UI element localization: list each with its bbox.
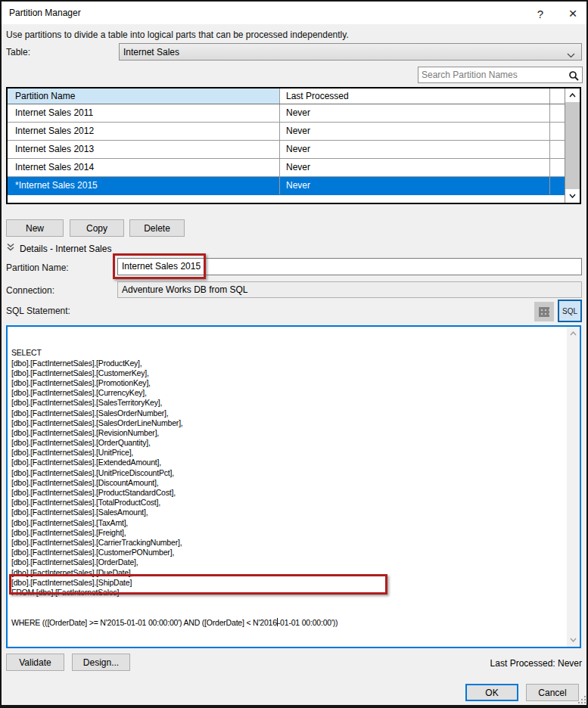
last-processed-cell: Never <box>280 123 550 140</box>
scroll-down-icon[interactable] <box>565 189 580 203</box>
sql-line: [dbo].[FactInternetSales].[SalesAmount], <box>11 508 565 517</box>
table-grid-icon <box>539 307 549 317</box>
partition-name-input[interactable]: Internet Sales 2015 <box>117 258 582 275</box>
sql-line: [dbo].[FactInternetSales].[RevisionNumbe… <box>11 428 565 438</box>
sql-text: SELECT[dbo].[FactInternetSales].[Product… <box>11 328 565 647</box>
sql-line: SELECT <box>11 348 565 358</box>
sql-line: [dbo].[FactInternetSales].[DiscountAmoun… <box>11 478 565 488</box>
search-box <box>418 67 583 83</box>
sql-line: [dbo].[FactInternetSales].[CarrierTracki… <box>11 538 565 548</box>
table-combobox-value: Internet Sales <box>123 47 179 57</box>
details-header-label: Details - Internet Sales <box>20 244 111 254</box>
cancel-button[interactable]: Cancel <box>526 684 579 701</box>
grid-vertical-scrollbar[interactable] <box>565 88 580 203</box>
window-title: Partition Manager <box>9 8 81 18</box>
partition-name-cell: *Internet Sales 2015 <box>8 177 280 194</box>
sql-line: [dbo].[FactInternetSales].[SalesTerritor… <box>11 398 565 408</box>
search-icon[interactable] <box>568 70 579 84</box>
search-input[interactable] <box>418 67 582 82</box>
sql-line: [dbo].[FactInternetSales].[ExtendedAmoun… <box>11 458 565 467</box>
sql-line: [dbo].[FactInternetSales].[PromotionKey]… <box>11 378 565 388</box>
partition-table: Partition Name Last Processed Internet S… <box>6 87 581 204</box>
connection-field: Adventure Works DB from SQL <box>117 281 582 298</box>
copy-button[interactable]: Copy <box>70 219 124 237</box>
new-button[interactable]: New <box>6 219 64 237</box>
sql-statement-label: SQL Statement: <box>6 306 70 316</box>
partition-manager-dialog: Partition Manager ? × Use partitions to … <box>0 0 588 708</box>
table-preview-button[interactable] <box>534 302 554 321</box>
last-processed-cell: Never <box>280 104 550 122</box>
sql-line: [dbo].[FactInternetSales].[OrderQuantity… <box>11 438 565 448</box>
sql-view-button[interactable]: SQL <box>558 300 582 322</box>
last-processed-cell: Never <box>280 159 550 176</box>
title-bar: Partition Manager ? × <box>2 2 586 24</box>
details-expander[interactable]: Details - Internet Sales <box>6 243 111 254</box>
sql-line: [dbo].[FactInternetSales].[Freight], <box>11 528 565 538</box>
partition-name-cell: Internet Sales 2011 <box>8 104 280 122</box>
scroll-down-icon[interactable] <box>567 634 580 646</box>
close-icon[interactable]: × <box>562 4 584 23</box>
double-chevron-down-icon <box>6 243 15 254</box>
scroll-up-icon[interactable] <box>567 328 580 340</box>
column-header-spacer <box>550 88 565 104</box>
partition-name-label: Partition Name: <box>6 262 69 273</box>
resize-grip[interactable] <box>577 695 586 703</box>
last-processed-cell: Never <box>280 141 550 158</box>
sql-line: [dbo].[FactInternetSales].[OrderDate], <box>11 557 565 567</box>
sql-line: [dbo].[FactInternetSales].[SalesOrderLin… <box>11 418 565 428</box>
sql-line: [dbo].[FactInternetSales].[CurrencyKey], <box>11 388 565 398</box>
sql-line: [dbo].[FactInternetSales].[ShipDate] <box>11 578 565 588</box>
sql-line: [dbo].[FactInternetSales].[CustomerPONum… <box>11 548 565 557</box>
table-row[interactable]: Internet Sales 2013 Never <box>8 141 565 159</box>
sql-line: [dbo].[FactInternetSales].[UnitPriceDisc… <box>11 468 565 478</box>
partition-name-cell: Internet Sales 2012 <box>8 123 280 140</box>
ok-button[interactable]: OK <box>465 684 518 701</box>
sql-line: [dbo].[FactInternetSales].[TaxAmt], <box>11 518 565 528</box>
sql-line: [dbo].[FactInternetSales].[ProductKey], <box>11 359 565 368</box>
table-header-row: Partition Name Last Processed <box>8 88 565 104</box>
partition-name-cell: Internet Sales 2014 <box>8 159 280 176</box>
sql-statement-editor[interactable]: SELECT[dbo].[FactInternetSales].[Product… <box>6 325 581 648</box>
scroll-up-icon[interactable] <box>565 88 580 102</box>
sql-line: [dbo].[FactInternetSales].[ProductStanda… <box>11 488 565 498</box>
last-processed-status: Last Processed: Never <box>490 658 582 669</box>
sql-line: [dbo].[FactInternetSales].[TotalProductC… <box>11 498 565 508</box>
table-row[interactable]: Internet Sales 2011 Never <box>8 104 565 123</box>
table-row-selected[interactable]: *Internet Sales 2015 Never <box>8 177 565 195</box>
sql-line: [dbo].[FactInternetSales].[SalesOrderNum… <box>11 408 565 418</box>
design-button[interactable]: Design... <box>72 654 130 671</box>
editor-vertical-scrollbar[interactable] <box>567 327 580 647</box>
table-combobox[interactable]: Internet Sales <box>119 43 582 61</box>
sql-line: FROM [dbo].[FactInternetSales] <box>11 588 565 598</box>
delete-button[interactable]: Delete <box>129 219 185 237</box>
sql-line: [dbo].[FactInternetSales].[CustomerKey], <box>11 368 565 378</box>
chevron-down-icon <box>567 50 575 61</box>
validate-button[interactable]: Validate <box>6 654 64 671</box>
sql-line: [dbo].[FactInternetSales].[UnitPrice], <box>11 448 565 458</box>
column-header-partition-name[interactable]: Partition Name <box>8 88 280 104</box>
intro-text: Use partitions to divide a table into lo… <box>6 30 349 40</box>
last-processed-cell: Never <box>280 177 550 194</box>
sql-line: [dbo].[FactInternetSales].[DueDate], <box>11 568 565 578</box>
partition-name-cell: Internet Sales 2013 <box>8 141 280 158</box>
sql-where-line: WHERE (([OrderDate] >= N'2015-01-01 00:0… <box>11 618 565 628</box>
table-label: Table: <box>6 47 30 57</box>
table-row[interactable]: Internet Sales 2012 Never <box>8 123 565 141</box>
help-icon[interactable]: ? <box>529 4 552 23</box>
column-header-last-processed[interactable]: Last Processed <box>280 88 550 104</box>
table-row[interactable]: Internet Sales 2014 Never <box>8 159 565 177</box>
connection-label: Connection: <box>6 285 54 296</box>
